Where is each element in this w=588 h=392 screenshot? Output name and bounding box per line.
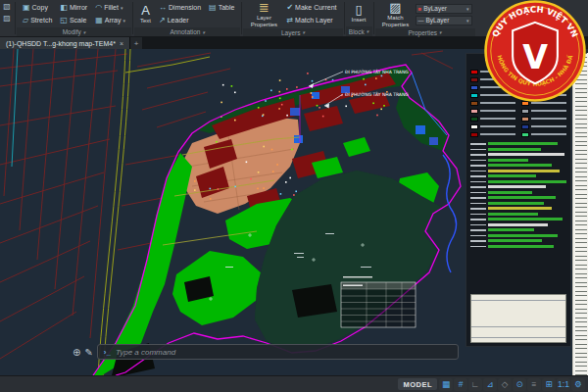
- annotation-scale-icon[interactable]: 1:1: [557, 378, 570, 391]
- chevron-down-icon: ▾: [466, 6, 469, 12]
- legend-swatch-row: [521, 108, 566, 114]
- pencil-icon[interactable]: ✎: [84, 347, 92, 358]
- ward-label: ĐI PHƯỜNG TÂY NHA TRANG: [345, 69, 409, 74]
- leader-icon: ↗: [159, 16, 166, 24]
- make-current-icon: ✔: [286, 3, 293, 12]
- legend-bar-row: [470, 170, 566, 173]
- chevron-down-icon: ▾: [83, 29, 86, 35]
- ortho-icon[interactable]: ∟: [468, 378, 482, 391]
- leader-button[interactable]: ↗Leader: [156, 14, 204, 26]
- panel-label-properties[interactable]: Properties▾: [375, 28, 475, 36]
- drawing-tab-title: (1)-QHSDD T...g-khong map-TEM4*: [6, 40, 116, 47]
- customization-icon[interactable]: ⊕: [73, 347, 80, 358]
- panel-label-modify[interactable]: Modify▾: [17, 27, 131, 36]
- table-button[interactable]: ▤Table: [206, 1, 237, 14]
- chevron-down-icon: ▾: [122, 18, 125, 24]
- make-current-button[interactable]: ✔Make Current: [283, 1, 339, 14]
- legend-bar-row: [470, 207, 566, 211]
- legend-bar-row: [470, 164, 566, 168]
- legend-swatch-row: [470, 108, 515, 114]
- insert-button[interactable]: ▯Insert: [349, 1, 369, 25]
- snap-icon[interactable]: #: [454, 378, 467, 391]
- ribbon-panel-annotation: AText ↔Dimension ↗Leader ▤Table Annotati…: [134, 0, 240, 36]
- close-icon[interactable]: ×: [120, 40, 123, 47]
- legend-bar-row: [470, 180, 566, 184]
- legend-bar-row: [470, 185, 566, 189]
- clipped-ribbon-icon[interactable]: ▧: [3, 2, 11, 11]
- mirror-button[interactable]: ◧Mirror: [57, 1, 90, 14]
- legend-bar-row: [470, 218, 566, 221]
- match-layer-button[interactable]: ⇄Match Layer: [283, 14, 339, 26]
- chevron-down-icon: ▾: [121, 5, 123, 11]
- insert-icon: ▯: [355, 3, 362, 16]
- layer-properties-button[interactable]: ≣Layer Properties: [246, 1, 281, 27]
- scale-icon: ◱: [60, 16, 68, 24]
- chevron-down-icon: ▾: [202, 29, 205, 35]
- chevron-down-icon: ▾: [302, 29, 305, 35]
- workspace-gear-icon[interactable]: ⚙: [571, 378, 585, 391]
- panel-separator: [373, 2, 374, 34]
- status-bar: MODEL ▦#∟⊿◇⊙≡⊞1:1⚙: [0, 375, 588, 392]
- polar-icon[interactable]: ⊿: [483, 378, 497, 391]
- legend-swatch-row: [521, 123, 566, 129]
- osnap-icon[interactable]: ⊙: [513, 378, 526, 391]
- legend-bar-row: [470, 228, 566, 232]
- linetype-dropdown[interactable]: —ByLayer▾: [416, 16, 472, 25]
- map-statistics-table: [341, 282, 416, 327]
- dimension-button[interactable]: ↔Dimension: [156, 1, 204, 14]
- isodraft-icon[interactable]: ◇: [498, 378, 512, 391]
- command-input[interactable]: ›_ Type a command: [97, 344, 459, 360]
- status-icon-tray: ▦#∟⊿◇⊙≡⊞1:1⚙: [439, 378, 585, 391]
- command-line-row: ⊕ ✎ ›_ Type a command: [73, 344, 459, 360]
- panel-separator: [344, 2, 345, 34]
- chevron-down-icon: ▾: [367, 28, 369, 34]
- object-color-dropdown[interactable]: ■ByLayer▾: [416, 4, 472, 14]
- mirror-icon: ◧: [60, 3, 68, 12]
- lineweight-icon[interactable]: ≡: [527, 378, 541, 391]
- clipped-ribbon-icon[interactable]: ▨: [3, 14, 11, 23]
- fillet-button[interactable]: ◠Fillet▾: [92, 1, 128, 14]
- ribbon-panel-block: ▯Insert Block▾: [346, 0, 372, 36]
- copy-button[interactable]: ▣Copy: [20, 1, 55, 14]
- match-layer-icon: ⇄: [286, 16, 293, 24]
- legend-swatch-row: [521, 116, 566, 122]
- panel-separator: [241, 2, 242, 34]
- new-tab-button[interactable]: +: [130, 37, 142, 49]
- color-chip-icon: ■: [418, 6, 422, 12]
- grid-icon[interactable]: ▦: [439, 378, 453, 391]
- panel-label-annotation[interactable]: Annotation▾: [134, 27, 240, 36]
- panel-separator: [15, 2, 16, 34]
- text-button[interactable]: AText: [137, 1, 154, 26]
- drawing-tab[interactable]: (1)-QHSDD T...g-khong map-TEM4* ×: [0, 37, 130, 49]
- panel-separator: [132, 2, 133, 34]
- array-icon: ▦: [95, 16, 103, 24]
- zone-greenbelt-ne: [396, 88, 449, 151]
- legend-bar-list: [470, 142, 566, 291]
- layer-properties-icon: ≣: [259, 1, 270, 14]
- chevron-down-icon: ▾: [466, 18, 469, 24]
- linetype-chip-icon: —: [418, 18, 424, 24]
- stretch-icon: ▱: [23, 16, 28, 24]
- copy-icon: ▣: [23, 3, 30, 12]
- legend-bar-row: [470, 245, 566, 249]
- legend-swatch-row: [470, 123, 515, 129]
- stretch-button[interactable]: ▱Stretch: [20, 14, 55, 26]
- clipped-ribbon-panel: ▧ ▨: [0, 0, 14, 36]
- dynamic-input-icon[interactable]: ⊞: [542, 378, 556, 391]
- panel-label-layers[interactable]: Layers▾: [243, 28, 342, 36]
- array-button[interactable]: ▦Array▾: [92, 14, 128, 26]
- legend-bar-row: [470, 153, 566, 157]
- quy-hoach-viet-logo: QUY HOẠCH VIỆT VN THÔNG TIN QUY HOẠCH - …: [484, 0, 586, 102]
- legend-bar-row: [470, 142, 566, 146]
- legend-bar-row: [470, 159, 566, 163]
- match-properties-button[interactable]: ▨Match Properties: [378, 1, 414, 27]
- text-icon: A: [141, 4, 150, 17]
- model-button[interactable]: MODEL: [398, 378, 437, 390]
- fillet-icon: ◠: [95, 3, 102, 12]
- logo-monogram: V: [522, 38, 548, 76]
- scale-button[interactable]: ◱Scale: [57, 14, 90, 26]
- ribbon-panel-modify: ▣Copy ◧Mirror ◠Fillet▾ ▱Stretch ◱Scale ▦…: [17, 0, 131, 36]
- panel-label-block[interactable]: Block▾: [346, 26, 372, 36]
- legend-swatch-row: [521, 131, 566, 137]
- table-icon: ▤: [209, 3, 217, 12]
